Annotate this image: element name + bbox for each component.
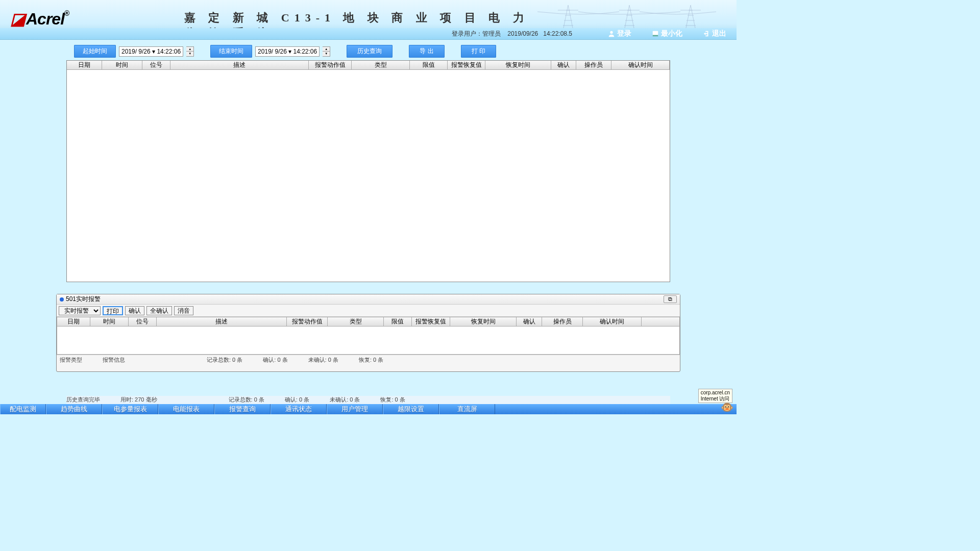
- start-time-spinner[interactable]: ▲▼: [186, 46, 194, 57]
- panel-grid-col-header[interactable]: 确认时间: [583, 317, 642, 326]
- history-query-button[interactable]: 历史查询: [347, 45, 393, 58]
- grid-col-header[interactable]: 操作员: [576, 61, 611, 69]
- status-bar: 历史查询完毕 用时: 270 毫秒 记录总数: 0 条 确认: 0 条 未确认:…: [66, 396, 670, 404]
- footer-alarm-type: 报警类型: [60, 356, 82, 363]
- footer-alarm-info: 报警信息: [103, 356, 125, 363]
- query-toolbar: 起始时间 2019/ 9/26 ▾ 14:22:06 ▲▼ 结束时间 2019/…: [74, 45, 670, 58]
- panel-grid-col-header[interactable]: 位号: [129, 317, 157, 326]
- realtime-alarm-panel: 501实时报警 ⧉ 实时报警 打印 确认 全确认 消音 日期时间位号描述报警动作…: [56, 294, 680, 372]
- panel-grid-col-header[interactable]: 报警动作值: [287, 317, 328, 326]
- panel-grid-col-header[interactable]: 时间: [90, 317, 129, 326]
- panel-grid-col-header[interactable]: 类型: [328, 317, 384, 326]
- grid-col-header[interactable]: 报警恢复值: [448, 61, 485, 69]
- panel-ack-button[interactable]: 确认: [125, 306, 144, 315]
- grid-col-header[interactable]: 报警动作值: [309, 61, 352, 69]
- footer-recover: 恢复: 0 条: [359, 356, 383, 363]
- bottom-nav: 配电监测趋势曲线电参量报表电能报表报警查询通讯状态用户管理越限设置直流屏: [0, 404, 737, 414]
- nav-item[interactable]: 用户管理: [327, 404, 383, 414]
- grid-col-header[interactable]: 类型: [352, 61, 410, 69]
- minimize-icon: [652, 30, 659, 37]
- panel-grid-col-header[interactable]: 限值: [384, 317, 412, 326]
- grid-col-header[interactable]: 日期: [67, 61, 102, 69]
- nav-item[interactable]: 直流屏: [439, 404, 495, 414]
- footer-total: 记录总数: 0 条: [207, 356, 242, 363]
- nav-item[interactable]: 越限设置: [383, 404, 439, 414]
- user-icon: [608, 30, 615, 37]
- header: ◪Acrel® 嘉 定 新 城 C13-1 地 块 商 业 项 目 电 力 监 …: [0, 0, 737, 40]
- exit-button[interactable]: 退出: [698, 29, 731, 38]
- mascot-icon: 🐵: [721, 401, 733, 413]
- panel-grid-header: 日期时间位号描述报警动作值类型限值报警恢复值恢复时间确认操作员确认时间: [57, 317, 679, 327]
- nav-item[interactable]: 通讯状态: [271, 404, 327, 414]
- status-ack: 确认: 0 条: [285, 396, 309, 404]
- panel-footer: 报警类型 报警信息 记录总数: 0 条 确认: 0 条 未确认: 0 条 恢复:…: [57, 355, 680, 364]
- panel-grid-col-header[interactable]: 确认: [517, 317, 542, 326]
- minimize-button[interactable]: 最小化: [647, 29, 688, 38]
- registered-icon: ®: [64, 9, 69, 17]
- panel-toolbar: 实时报警 打印 确认 全确认 消音: [57, 305, 680, 317]
- panel-grid-col-header[interactable]: 操作员: [542, 317, 583, 326]
- panel-grid-col-header[interactable]: 日期: [57, 317, 90, 326]
- user-status: 登录用户：管理员 2019/09/26 14:22:08.5: [452, 30, 572, 38]
- grid-header: 日期时间位号描述报警动作值类型限值报警恢复值恢复时间确认操作员确认时间: [67, 61, 670, 70]
- end-time-spinner[interactable]: ▲▼: [323, 46, 330, 57]
- panel-grid: 日期时间位号描述报警动作值类型限值报警恢复值恢复时间确认操作员确认时间: [57, 317, 680, 355]
- grid-col-header[interactable]: 确认: [551, 61, 576, 69]
- grid-col-header[interactable]: 确认时间: [611, 61, 670, 69]
- logo-text: Acrel: [26, 10, 64, 28]
- nav-item[interactable]: 趋势曲线: [46, 404, 102, 414]
- logo-icon: ◪: [10, 10, 25, 28]
- footer-unack: 未确认: 0 条: [308, 356, 338, 363]
- nav-item[interactable]: 报警查询: [214, 404, 271, 414]
- export-button[interactable]: 导 出: [409, 45, 444, 58]
- alarm-type-select[interactable]: 实时报警: [59, 306, 101, 315]
- end-time-label: 结束时间: [210, 45, 252, 58]
- panel-title-text: 501实时报警: [66, 295, 101, 304]
- panel-titlebar: 501实时报警 ⧉: [57, 294, 680, 305]
- panel-mute-button[interactable]: 消音: [174, 306, 193, 315]
- svg-rect-2: [653, 35, 658, 37]
- login-button[interactable]: 登录: [603, 29, 636, 38]
- panel-close-button[interactable]: ⧉: [664, 295, 677, 303]
- panel-grid-col-header[interactable]: 恢复时间: [450, 317, 517, 326]
- grid-col-header[interactable]: 位号: [142, 61, 170, 69]
- panel-grid-col-header[interactable]: 描述: [157, 317, 287, 326]
- tower-decoration: [537, 3, 716, 31]
- status-total: 记录总数: 0 条: [229, 396, 264, 404]
- end-time-input[interactable]: 2019/ 9/26 ▾ 14:22:06: [255, 46, 320, 57]
- exit-icon: [703, 30, 710, 37]
- status-unack: 未确认: 0 条: [330, 396, 360, 404]
- history-grid: 日期时间位号描述报警动作值类型限值报警恢复值恢复时间确认操作员确认时间: [66, 60, 670, 282]
- grid-col-header[interactable]: 时间: [102, 61, 142, 69]
- panel-icon: [60, 297, 64, 302]
- grid-col-header[interactable]: 描述: [170, 61, 309, 69]
- grid-col-header[interactable]: 限值: [410, 61, 448, 69]
- panel-print-button[interactable]: 打印: [103, 306, 123, 315]
- status-done: 历史查询完毕: [66, 396, 100, 404]
- svg-point-0: [610, 31, 612, 34]
- start-time-label: 起始时间: [74, 45, 116, 58]
- logo: ◪Acrel®: [10, 9, 69, 29]
- nav-item[interactable]: 配电监测: [0, 404, 46, 414]
- nav-item[interactable]: 电能报表: [158, 404, 214, 414]
- nav-item[interactable]: 电参量报表: [102, 404, 158, 414]
- status-recover: 恢复: 0 条: [380, 396, 405, 404]
- user-info-bar: 登录用户：管理员 2019/09/26 14:22:08.5 登录 最小化 退出: [0, 28, 737, 39]
- grid-col-header[interactable]: 恢复时间: [485, 61, 551, 69]
- status-elapsed: 用时: 270 毫秒: [120, 396, 157, 404]
- start-time-input[interactable]: 2019/ 9/26 ▾ 14:22:06: [119, 46, 183, 57]
- panel-ackall-button[interactable]: 全确认: [146, 306, 172, 315]
- footer-ack: 确认: 0 条: [263, 356, 287, 363]
- print-button[interactable]: 打 印: [461, 45, 496, 58]
- panel-grid-col-header[interactable]: 报警恢复值: [412, 317, 450, 326]
